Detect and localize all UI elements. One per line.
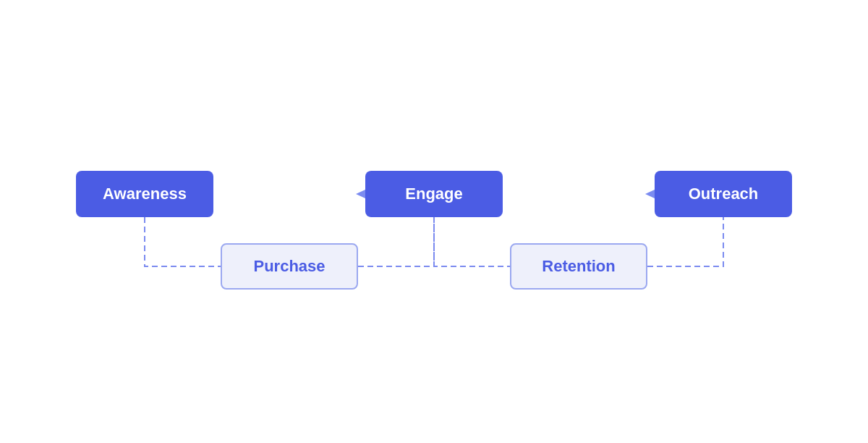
retention-label: Retention	[542, 257, 615, 276]
retention-node[interactable]: Retention	[510, 243, 647, 290]
purchase-label: Purchase	[253, 257, 325, 276]
engage-node[interactable]: Engage	[365, 171, 503, 217]
awareness-label: Awareness	[103, 185, 187, 203]
connections-svg	[36, 127, 832, 316]
outreach-node[interactable]: Outreach	[655, 171, 792, 217]
svg-marker-3	[645, 190, 655, 198]
awareness-node[interactable]: Awareness	[76, 171, 213, 217]
engage-label: Engage	[405, 185, 462, 203]
purchase-node[interactable]: Purchase	[221, 243, 358, 290]
flow-diagram: Awareness Engage Outreach Purchase Reten…	[36, 127, 832, 316]
outreach-label: Outreach	[689, 185, 759, 203]
svg-marker-1	[356, 190, 365, 198]
